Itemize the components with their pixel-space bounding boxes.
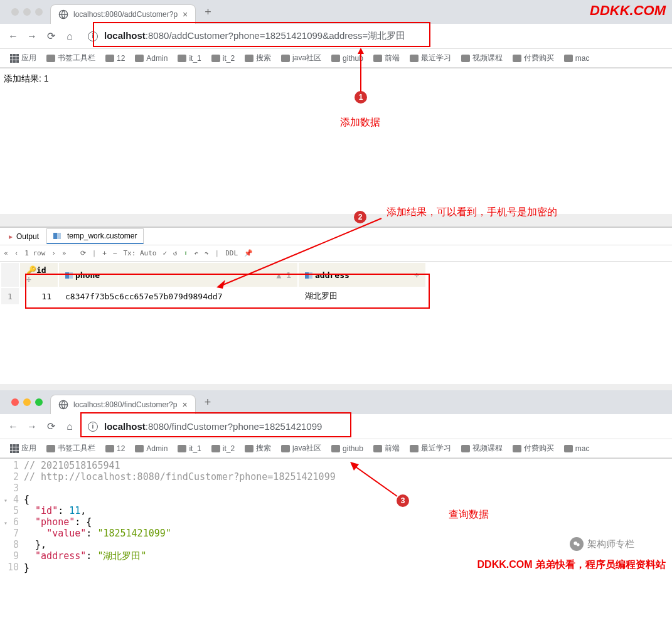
folder-icon [46, 55, 55, 62]
row-count: 1 row [24, 249, 45, 257]
bookmark-folder[interactable]: 最近学习 [406, 53, 455, 63]
bookmark-folder[interactable]: 前端 [370, 53, 403, 63]
code-content[interactable]: // 20210518165941 // http://localhost:80… [24, 459, 672, 575]
svg-marker-7 [350, 462, 359, 471]
reload-icon[interactable]: ⟳ [44, 30, 58, 42]
home-icon[interactable]: ⌂ [63, 421, 77, 432]
col-id[interactable]: 🔑id ÷ [20, 263, 58, 287]
url-bar[interactable]: i localhost:8080/addCustomer?phone=18251… [82, 28, 666, 45]
svg-point-9 [577, 543, 580, 547]
annotation-badge-1: 1 [355, 91, 367, 104]
annotation-badge-3: 3 [397, 494, 409, 507]
min-dot[interactable] [23, 8, 31, 16]
bookmark-folder[interactable]: 12 [102, 54, 129, 63]
bookmark-folder[interactable]: java社区 [277, 53, 325, 63]
cell-id[interactable]: 11 [20, 288, 58, 304]
new-tab-button[interactable]: + [198, 396, 218, 409]
close-dot[interactable] [11, 398, 19, 406]
back-icon[interactable]: ← [6, 421, 20, 432]
url-bar[interactable]: i localhost:8080/findCustomer?phone=1825… [82, 419, 666, 434]
bookmark-folder[interactable]: 视频课程 [457, 53, 506, 63]
svg-line-6 [354, 466, 397, 496]
watermark-bottom: DDKK.COM 弟弟快看，程序员编程资料站 [477, 558, 666, 572]
close-dot[interactable] [11, 8, 19, 16]
reload-icon[interactable]: ⟳ [44, 420, 58, 432]
svg-marker-4 [216, 280, 225, 289]
tx-mode[interactable]: Tx: Auto [124, 249, 157, 257]
annotation-text-3: 查询数据 [449, 508, 489, 521]
forward-icon[interactable]: → [25, 421, 39, 432]
new-tab-button[interactable]: + [198, 6, 218, 19]
refresh-icon[interactable]: ⟳ [80, 249, 86, 257]
home-icon[interactable]: ⌂ [63, 31, 77, 42]
bookmark-folder[interactable]: it_2 [208, 54, 238, 63]
bookmark-folder[interactable]: 搜索 [241, 53, 275, 63]
browser-2-chrome: localhost:8080/findCustomer?p × + ← → ⟳ … [0, 390, 672, 459]
ide-tab-table[interactable]: temp_work.customer [46, 228, 144, 244]
nav-first[interactable]: « [4, 249, 8, 257]
bookmark-folder[interactable]: it_1 [174, 54, 205, 63]
svg-marker-2 [358, 48, 364, 54]
url-host: localhost [104, 30, 146, 41]
back-icon[interactable]: ← [6, 31, 20, 42]
svg-line-3 [221, 218, 381, 285]
window-controls [6, 0, 48, 24]
commit-icon[interactable]: ⬆ [184, 249, 188, 257]
table-row[interactable]: 1 11 c8347f73b5c6cc657e57b079d9894dd7 湖北… [1, 288, 425, 304]
max-dot[interactable] [35, 8, 43, 16]
tab-title: localhost:8080/addCustomer?p [73, 10, 178, 19]
bookmark-folder[interactable]: mac [560, 54, 594, 63]
site-info-icon[interactable]: i [88, 31, 98, 41]
url-path: :8080/addCustomer?phone=18251421099&addr… [146, 30, 405, 41]
del-row[interactable]: − [113, 249, 117, 257]
table-icon [53, 233, 61, 239]
annotation-text-1: 添加数据 [340, 116, 380, 129]
line-gutter: 123▾ 45▾ 678910 [0, 459, 24, 575]
arrow-3 [350, 462, 400, 499]
watermark-top: DDKK.COM [590, 3, 666, 19]
tab-title: localhost:8080/findCustomer?p [73, 400, 177, 409]
page-content-1: 添加结果: 1 [0, 68, 672, 90]
forward-icon[interactable]: → [25, 31, 39, 42]
json-viewer: 123▾ 45▾ 678910 // 20210518165941 // htt… [0, 459, 672, 575]
cell-address[interactable]: 湖北罗田 [299, 288, 425, 304]
wechat-icon [570, 537, 584, 551]
result-text: 添加结果: 1 [4, 73, 49, 83]
nav-last[interactable]: » [62, 249, 67, 257]
bookmark-folder[interactable]: Admin [131, 54, 171, 63]
browser-1-chrome: localhost:8080/addCustomer?p × + ← → ⟳ ⌂… [0, 0, 672, 68]
nav-prev[interactable]: ‹ [14, 249, 19, 257]
close-icon[interactable]: × [182, 400, 187, 410]
wechat-credit: 架构师专栏 [570, 537, 634, 551]
globe-icon [58, 400, 68, 410]
site-info-icon[interactable]: i [88, 422, 98, 432]
arrow-2 [216, 213, 386, 289]
add-row[interactable]: + [102, 249, 107, 257]
apps-button[interactable]: 应用 [6, 443, 40, 454]
browser-tab[interactable]: localhost:8080/findCustomer?p × [50, 395, 196, 414]
cell-phone[interactable]: c8347f73b5c6cc657e57b079d9894dd7 [59, 288, 297, 304]
close-icon[interactable]: × [183, 9, 188, 19]
apps-button[interactable]: 应用 [6, 53, 40, 63]
browser-tab[interactable]: localhost:8080/addCustomer?p × [50, 4, 196, 24]
bookmark-folder[interactable]: 付费购买 [509, 53, 558, 63]
min-dot[interactable] [23, 398, 31, 406]
arrow-1 [355, 48, 367, 92]
annotation-text-2: 添加结果，可以看到，手机号是加密的 [387, 206, 557, 219]
bookmark-folder[interactable]: 书签工具栏 [43, 53, 99, 63]
globe-icon [58, 9, 68, 19]
bookmarks-bar: 应用 书签工具栏 12 Admin it_1 it_2 搜索 java社区 gi… [0, 49, 672, 68]
max-dot[interactable] [35, 398, 43, 406]
ide-tab-output[interactable]: ▸Output [3, 230, 45, 243]
nav-next[interactable]: › [51, 249, 56, 257]
